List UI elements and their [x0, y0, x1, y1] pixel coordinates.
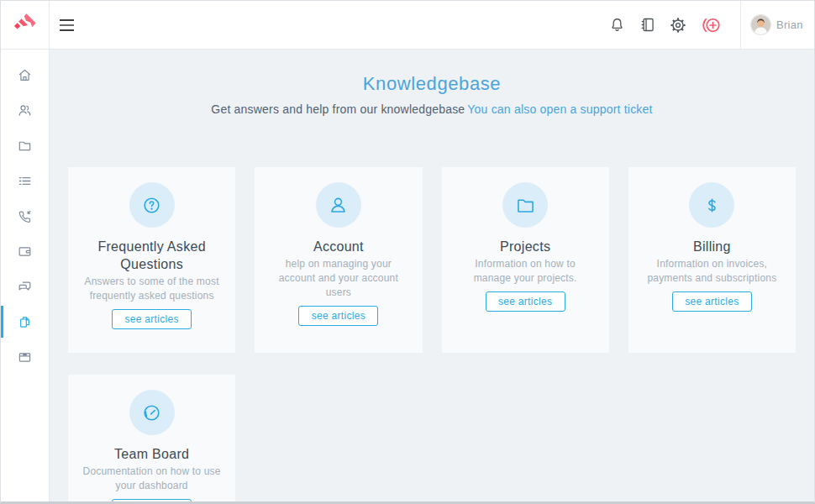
card-title: Account — [268, 238, 408, 255]
support-ticket-link[interactable]: You can also open a support ticket — [467, 102, 652, 116]
top-bar: Brian — [1, 1, 814, 50]
users-icon — [17, 102, 33, 118]
top-bar-spacer — [87, 1, 608, 49]
sidebar-item-users[interactable] — [1, 92, 49, 128]
card-title: Billing — [642, 238, 782, 255]
card-description: Documentation on how to use your dashboa… — [82, 465, 222, 493]
brand-logo-icon — [13, 13, 36, 36]
sidebar-item-payments[interactable] — [1, 234, 49, 269]
see-articles-button[interactable]: see articles — [112, 309, 192, 329]
person-icon — [316, 182, 361, 228]
sidebar-item-tasks[interactable] — [1, 163, 49, 198]
notebook-icon[interactable] — [639, 16, 656, 34]
card-billing: Billing Information on invoices, payment… — [628, 167, 796, 353]
card-account: Account help on managing your account an… — [255, 167, 422, 353]
user-menu[interactable]: Brian — [740, 1, 814, 49]
body-row: Knowledgebase Get answers and help from … — [1, 50, 814, 501]
folder-icon — [17, 138, 33, 154]
card-description: Information on invoices, payments and su… — [642, 257, 782, 286]
documents-icon — [17, 314, 33, 330]
phone-incoming-icon — [17, 208, 33, 224]
subtitle-text: Get answers and help from our knowledgeb… — [211, 102, 465, 116]
card-faq: Frequently Asked Questions Answers to so… — [68, 167, 235, 353]
wallet-icon — [17, 244, 33, 260]
chat-bubbles-icon — [17, 279, 33, 295]
see-articles-button[interactable]: see articles — [672, 291, 752, 312]
card-projects: Projects Information on how to manage yo… — [442, 167, 609, 353]
sidebar-item-projects[interactable] — [1, 128, 49, 163]
card-description: Information on how to manage your projec… — [455, 257, 596, 286]
card-title: Team Board — [82, 445, 222, 463]
card-team-board: Team Board Documentation on how to use y… — [68, 375, 235, 501]
card-description: Answers to some of the most frequently a… — [82, 275, 222, 303]
dollar-icon — [689, 182, 734, 228]
sidebar-item-calls[interactable] — [1, 198, 49, 234]
card-title: Frequently Asked Questions — [82, 238, 222, 273]
sidebar-item-archive[interactable] — [1, 339, 49, 375]
gauge-icon — [129, 390, 175, 435]
menu-toggle-button[interactable] — [50, 1, 87, 49]
see-articles-button[interactable]: see articles — [298, 306, 378, 326]
folder-icon — [502, 182, 548, 228]
see-articles-button[interactable]: see articles — [112, 499, 192, 501]
bell-icon[interactable] — [608, 16, 626, 34]
page-subtitle: Get answers and help from our knowledgeb… — [50, 102, 814, 117]
list-icon — [17, 173, 33, 189]
gear-icon[interactable] — [669, 16, 687, 34]
sidebar-item-home[interactable] — [1, 57, 49, 92]
plus-circle-icon[interactable] — [700, 14, 722, 36]
page-title: Knowledgebase — [50, 73, 814, 95]
sidebar-item-knowledgebase[interactable] — [1, 304, 49, 339]
sidebar-item-messages[interactable] — [1, 269, 49, 304]
card-description: help on managing your account and your a… — [268, 257, 408, 300]
card-title: Projects — [455, 238, 596, 255]
see-articles-button[interactable]: see articles — [486, 291, 565, 312]
content: Knowledgebase Get answers and help from … — [50, 50, 814, 501]
brand-logo[interactable] — [1, 1, 50, 49]
user-name: Brian — [776, 18, 803, 31]
card-grid: Frequently Asked Questions Answers to so… — [68, 167, 796, 501]
question-circle-icon — [129, 182, 175, 228]
top-bar-actions — [608, 1, 740, 49]
home-icon — [17, 67, 33, 83]
avatar — [751, 15, 770, 34]
archive-box-icon — [17, 349, 33, 365]
sidebar — [1, 50, 50, 501]
app-window: Brian — [0, 0, 815, 504]
